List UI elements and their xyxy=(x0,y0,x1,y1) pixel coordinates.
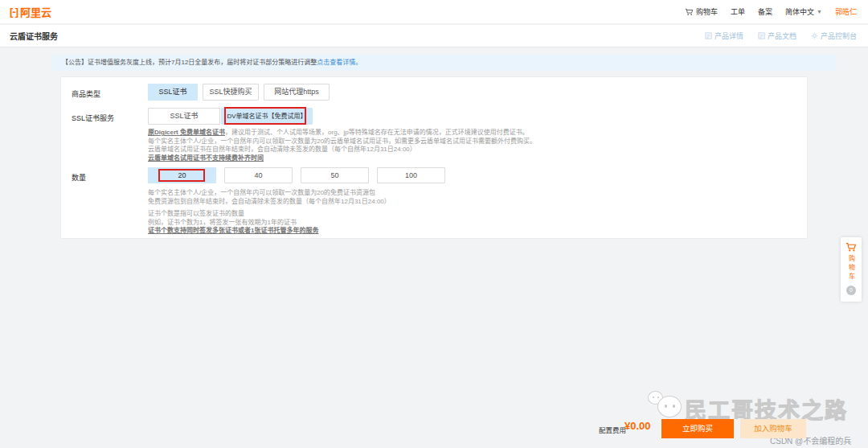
top-nav: 购物车 工单 备案 简体中文 ▼ 郭皓仁 xyxy=(685,6,857,17)
ssl-service-option-dv-free-trial[interactable]: DV单域名证书【免费试用】 xyxy=(221,108,313,125)
config-fee-value: ¥0.00 xyxy=(624,420,651,432)
config-fee-label: 配置费用 xyxy=(599,425,626,434)
ssl-desc-line-1: 原Digicert 免费单域名证书，建议用于测试、个人试用等场景，org、jp等… xyxy=(148,129,536,138)
qty-desc-line-3: 证书个数是指可以签发证书的数量 xyxy=(148,210,391,219)
floating-cart-label: 购物车 xyxy=(847,255,856,282)
nav-username[interactable]: 郭皓仁 xyxy=(835,6,857,17)
quantity-option-20[interactable]: 20 xyxy=(148,167,216,183)
nav-shopping-cart-label: 购物车 xyxy=(696,6,718,17)
add-to-cart-button[interactable]: 加入购物车 xyxy=(740,419,806,438)
aliyun-logo[interactable]: [-] 阿里云 xyxy=(10,4,51,19)
link-product-docs-label: 产品文档 xyxy=(768,31,796,41)
nav-icp-filing[interactable]: 备案 xyxy=(758,6,772,17)
page-title: 云盾证书服务 xyxy=(10,30,58,42)
nav-shopping-cart[interactable]: 购物车 xyxy=(685,6,718,17)
product-type-label: 商品类型 xyxy=(72,88,100,99)
buy-now-button[interactable]: 立即购买 xyxy=(661,419,734,438)
aliyun-logo-mark: [-] xyxy=(10,6,18,18)
ssl-desc-line-2: 每个实名主体个人/企业，一个自然年内可以领取一次数量为20的云盾单域名试用证书，… xyxy=(148,138,536,146)
qty-desc-line-1: 每个实名主体个人/企业，一个自然年内可以领取一次数量为20的免费证书资源包 xyxy=(148,189,391,198)
aliyun-logo-text: 阿里云 xyxy=(20,4,51,19)
link-product-docs[interactable]: 产品文档 xyxy=(758,31,796,41)
ssl-desc-lead: 原Digicert 免费单域名证书 xyxy=(148,129,225,136)
link-product-console[interactable]: 产品控制台 xyxy=(811,31,857,41)
cart-icon xyxy=(685,8,694,16)
document-icon xyxy=(705,32,712,39)
purchase-panel: 商品类型 SSL证书 SSL快捷购买 网站代理https SSL证书服务 SSL… xyxy=(60,76,808,239)
nav-language-select[interactable]: 简体中文 ▼ xyxy=(785,6,822,17)
qty-desc-line-4: 例如，证书个数为1，将签发一张有效期为1年的证书 xyxy=(148,219,391,228)
quantity-label: 数量 xyxy=(72,172,86,183)
sub-nav: 产品详情 产品文档 产品控制台 xyxy=(705,31,857,41)
document-icon xyxy=(758,32,765,39)
ssl-desc-line-3: 云盾单域名试用证书在自然年结束时，会自动清除未签发的数量（每个自然年12月31日… xyxy=(148,146,536,154)
nav-work-order[interactable]: 工单 xyxy=(731,6,745,17)
notice-detail-link[interactable]: 点击查看详情。 xyxy=(317,59,362,66)
product-type-option-quick-buy[interactable]: SSL快捷购买 xyxy=(203,84,259,101)
ssl-service-label: SSL证书服务 xyxy=(72,113,114,123)
product-type-option-ssl[interactable]: SSL证书 xyxy=(148,84,198,101)
wechat-icon xyxy=(648,391,685,420)
quantity-description: 每个实名主体个人/企业，一个自然年内可以领取一次数量为20的免费证书资源包 免费… xyxy=(148,189,391,236)
ssl-desc-line-4: 云盾单域名试用证书不支持续费补齐时间 xyxy=(148,154,536,163)
quantity-option-100[interactable]: 100 xyxy=(377,167,445,183)
qty-desc-line-2: 免费资源包到自然年结束时，会自动清除未签发的数量（每个自然年12月31日24:0… xyxy=(148,198,391,207)
cart-count-badge: 0 xyxy=(846,286,856,295)
page: [-] 阿里云 购物车 工单 备案 简体中文 ▼ 郭皓仁 云盾证书服务 xyxy=(0,0,868,448)
ssl-service-description: 原Digicert 免费单域名证书，建议用于测试、个人试用等场景，org、jp等… xyxy=(148,129,536,162)
link-product-details[interactable]: 产品详情 xyxy=(705,31,743,41)
notice-text: 【公告】证书增值服务灰度上线，预计7月12日全量发布，届时将对证书部分策略进行调… xyxy=(62,59,317,66)
sub-header: 云盾证书服务 产品详情 产品文档 xyxy=(0,25,868,47)
link-product-console-label: 产品控制台 xyxy=(821,31,857,41)
cart-icon xyxy=(845,242,857,253)
chevron-down-icon: ▼ xyxy=(817,9,822,14)
nav-language-label: 简体中文 xyxy=(785,6,814,17)
gear-icon xyxy=(811,32,818,39)
notice-bar: 【公告】证书增值服务灰度上线，预计7月12日全量发布，届时将对证书部分策略进行调… xyxy=(52,55,836,71)
product-type-option-proxy-https[interactable]: 网站代理https xyxy=(264,84,330,101)
quantity-option-50[interactable]: 50 xyxy=(301,167,369,183)
top-header: [-] 阿里云 购物车 工单 备案 简体中文 ▼ 郭皓仁 xyxy=(0,0,868,24)
quantity-option-40[interactable]: 40 xyxy=(224,167,293,183)
link-product-details-label: 产品详情 xyxy=(714,31,743,41)
ssl-service-option-ssl[interactable]: SSL证书 xyxy=(148,108,220,125)
floating-cart-widget[interactable]: 购物车 0 xyxy=(841,237,862,302)
qty-desc-line-5: 证书个数支持同时签发多张证书或者1张证书托管多年的服务 xyxy=(148,227,391,236)
